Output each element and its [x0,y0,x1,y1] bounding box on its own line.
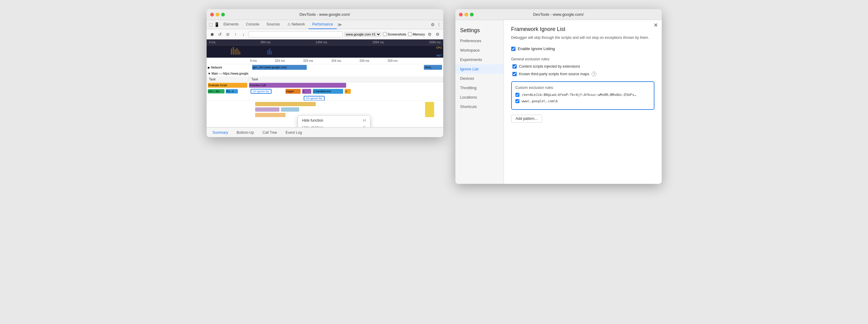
settings-sidebar-title: Settings [455,23,504,36]
screenshots-checkbox[interactable] [383,32,387,36]
nav-preferences[interactable]: Preferences [455,36,504,45]
upload-icon[interactable]: ↑ [233,31,239,37]
on-ignore-list-badge-2: On ignore list [304,96,324,101]
cpu-icon[interactable]: ⚙ [427,31,433,37]
settings-content: ✕ Framework Ignore List Debugger will sk… [504,20,662,184]
settings2-icon[interactable]: ⚙ [435,31,441,37]
flame-row-1: Evaluate Script Function Call [207,82,443,88]
ruler-mark-1: 994 ms [260,41,271,44]
ignore-list-track: On ignore list trigger c z.handleEvent A [249,88,443,94]
tab-bottom-up[interactable]: Bottom-Up [233,129,257,136]
tab-sources[interactable]: Sources [263,20,284,29]
third-party-scripts-label: Known third-party scripts from source ma… [519,72,589,76]
evaluate-script-block[interactable]: Evaluate Script [208,83,247,88]
empty-label-3 [207,94,249,100]
right-yellow-block[interactable] [425,102,434,117]
on-i-list-block[interactable]: On i...list [208,89,224,93]
task-col-1: Task [207,76,249,82]
record-icon[interactable]: ⏺ [209,31,215,37]
timeline-content: CPU NET [207,45,443,58]
svg-rect-4 [238,50,239,55]
flame-row-3: On ignore list [207,94,443,100]
svg-rect-6 [267,50,269,55]
url-bar: ⏺ ↺ ⊘ ↑ ↓ www.google.com #1 Screenshots … [207,29,443,39]
left-devtools-window: DevTools - www.google.com/ ⬚ 📱 Elements … [207,9,443,137]
tab-call-tree[interactable]: Call Tree [259,129,281,136]
device-icon[interactable]: 📱 [214,22,220,28]
trigger-block[interactable]: trigger [285,89,301,94]
more-options-icon[interactable]: ⋮ [436,22,442,28]
nav-experiments[interactable]: Experiments [455,55,504,64]
rus-block[interactable]: Ru...s [226,89,238,93]
network-row: ▶ Network gen_204 (www.google.com) clien… [207,64,443,70]
network-block-1[interactable]: gen_204 (www.google.com) [252,65,307,70]
url-input[interactable] [248,31,343,37]
url-selector[interactable]: www.google.com #1 [344,32,381,37]
close-settings-button[interactable]: ✕ [653,23,658,28]
ruler-mark-4: 2494 ms [429,41,440,44]
right-window-title: DevTools - www.google.com/ [533,12,584,17]
more-tabs-icon[interactable]: ≫ [337,22,343,28]
maximize-button[interactable] [221,13,225,17]
content-scripts-checkbox[interactable] [513,64,517,69]
inspector-icon[interactable]: ⬚ [208,22,214,28]
right-devtools-window: DevTools - www.google.com/ Settings Pref… [455,9,662,184]
yellow-block[interactable] [255,102,316,106]
third-party-scripts-checkbox[interactable] [513,72,517,76]
svg-rect-7 [269,48,270,55]
svg-rect-5 [239,52,240,55]
custom-rule-2-checkbox[interactable] [516,99,519,103]
enable-ignore-listing-checkbox[interactable] [511,47,516,51]
nav-locations[interactable]: Locations [455,93,504,102]
custom-rule-1-checkbox[interactable] [516,93,519,97]
right-maximize-button[interactable] [470,13,474,17]
right-titlebar: DevTools - www.google.com/ [455,9,662,20]
right-minimize-button[interactable] [464,13,468,17]
blue-block[interactable] [281,107,299,111]
right-close-button[interactable] [459,13,463,17]
nav-workspace[interactable]: Workspace [455,45,504,55]
network-block-2[interactable]: client_ [424,65,442,70]
download-icon[interactable]: ↓ [241,31,247,37]
minimize-button[interactable] [216,13,219,17]
tab-event-log[interactable]: Event Log [282,129,306,136]
purple-block-1[interactable] [255,107,279,111]
tab-bar: ⬚ 📱 Elements Console Sources ⚠ Network P… [207,20,443,29]
orange-block[interactable] [255,113,285,117]
task-header: Task Task [207,76,443,82]
custom-rule-1-row: /ee=ALeJib:B8gLwd;AfeaP:TkrAjf;Afksuc:wM… [516,93,650,97]
add-pattern-button[interactable]: Add pattern... [511,115,542,123]
function-call-track: Function Call [249,82,443,88]
tab-elements[interactable]: Elements [220,20,242,29]
z-handle-event-block[interactable]: z.handleEvent [313,89,343,94]
timing-1: 324 ms [275,59,285,63]
nav-ignore-list[interactable]: Ignore List [455,64,504,74]
custom-exclusion-title: Custom exclusion rules: [516,86,650,90]
timing-values: 9 ms 324 ms 329 ms 334 ms 339 ms 359 ms [250,59,398,63]
timing-0: 9 ms [250,59,257,63]
left-traffic-lights [210,13,225,17]
nav-throttling[interactable]: Throttling [455,83,504,93]
tab-summary[interactable]: Summary [209,129,232,136]
refresh-icon[interactable]: ↺ [217,31,223,37]
help-icon[interactable]: ? [592,72,596,76]
tab-console[interactable]: Console [242,20,263,29]
menu-hide-children[interactable]: Hide children C [298,124,370,127]
panel-desc: Debugger will skip through the scripts a… [511,35,654,40]
tab-performance[interactable]: Performance [309,20,337,29]
memory-checkbox[interactable] [408,32,412,36]
network-label: ▶ Network [207,64,249,70]
bottom-tabs: Summary Bottom-Up Call Tree Event Log [207,127,443,137]
c-block[interactable]: c [302,89,311,94]
nav-devices[interactable]: Devices [455,74,504,83]
menu-hide-function[interactable]: Hide function H [298,117,370,124]
a-block[interactable]: A [345,89,351,94]
close-button[interactable] [210,13,214,17]
clear-icon[interactable]: ⊘ [225,31,231,37]
custom-rule-2-row: www\.google\.com\b [516,99,650,103]
nav-shortcuts[interactable]: Shortcuts [455,102,504,111]
tab-network[interactable]: ⚠ Network [284,20,309,29]
function-call-block[interactable]: Function Call [249,83,346,88]
settings-icon[interactable]: ⚙ [430,22,436,28]
enable-ignore-listing-label: Enable Ignore Listing [518,46,555,51]
